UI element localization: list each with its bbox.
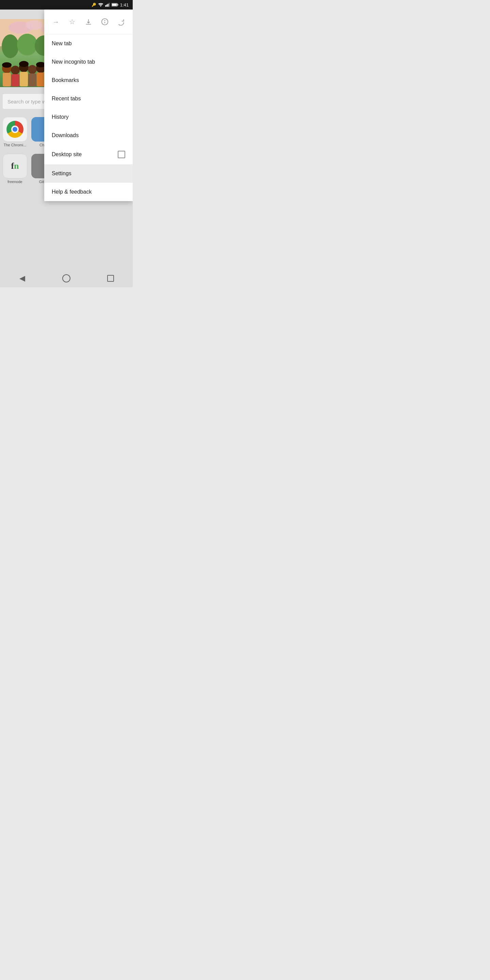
info-button[interactable] (99, 16, 111, 28)
menu-item-label-help-feedback: Help & feedback (52, 189, 92, 195)
menu-item-recent-tabs[interactable]: Recent tabs (44, 89, 133, 108)
svg-rect-4 (108, 3, 110, 6)
menu-item-help-feedback[interactable]: Help & feedback (44, 183, 133, 201)
menu-item-downloads[interactable]: Downloads (44, 126, 133, 145)
dropdown-menu: → ☆ New tabNew incognito tabBookmar (44, 10, 133, 201)
signal-icon (105, 3, 110, 7)
wifi-icon (98, 3, 103, 7)
menu-item-desktop-site[interactable]: Desktop site (44, 145, 133, 164)
bookmark-button[interactable]: ☆ (66, 16, 78, 28)
menu-item-settings[interactable]: Settings (44, 164, 133, 183)
menu-item-new-incognito-tab[interactable]: New incognito tab (44, 53, 133, 71)
download-button[interactable] (82, 16, 95, 28)
forward-button[interactable]: → (50, 16, 62, 28)
menu-items-container: New tabNew incognito tabBookmarksRecent … (44, 34, 133, 201)
info-icon (101, 18, 108, 25)
status-bar: 🔑 1:41 (0, 0, 133, 10)
reload-icon (118, 18, 125, 25)
forward-icon: → (52, 18, 59, 26)
menu-item-label-new-incognito-tab: New incognito tab (52, 59, 95, 65)
key-icon: 🔑 (92, 3, 96, 7)
status-time: 1:41 (120, 2, 129, 8)
menu-item-bookmarks[interactable]: Bookmarks (44, 71, 133, 89)
menu-item-label-desktop-site: Desktop site (52, 151, 82, 158)
svg-rect-1 (105, 5, 106, 6)
reload-button[interactable] (115, 16, 127, 28)
svg-rect-3 (108, 4, 108, 6)
menu-item-label-downloads: Downloads (52, 132, 79, 138)
svg-rect-6 (118, 4, 118, 5)
svg-rect-7 (112, 4, 117, 6)
star-icon: ☆ (69, 18, 75, 26)
menu-item-label-bookmarks: Bookmarks (52, 77, 79, 83)
menu-item-label-recent-tabs: Recent tabs (52, 95, 81, 102)
menu-item-label-new-tab: New tab (52, 40, 72, 47)
svg-point-0 (100, 6, 101, 7)
svg-rect-2 (106, 5, 107, 6)
menu-item-label-history: History (52, 114, 69, 120)
download-icon (85, 18, 92, 25)
menu-item-new-tab[interactable]: New tab (44, 34, 133, 53)
battery-icon (111, 3, 118, 7)
toolbar-row: → ☆ (44, 10, 133, 34)
status-icons: 🔑 1:41 (92, 2, 129, 8)
menu-item-label-settings: Settings (52, 170, 72, 177)
menu-item-history[interactable]: History (44, 108, 133, 126)
desktop-site-checkbox[interactable] (118, 151, 125, 158)
